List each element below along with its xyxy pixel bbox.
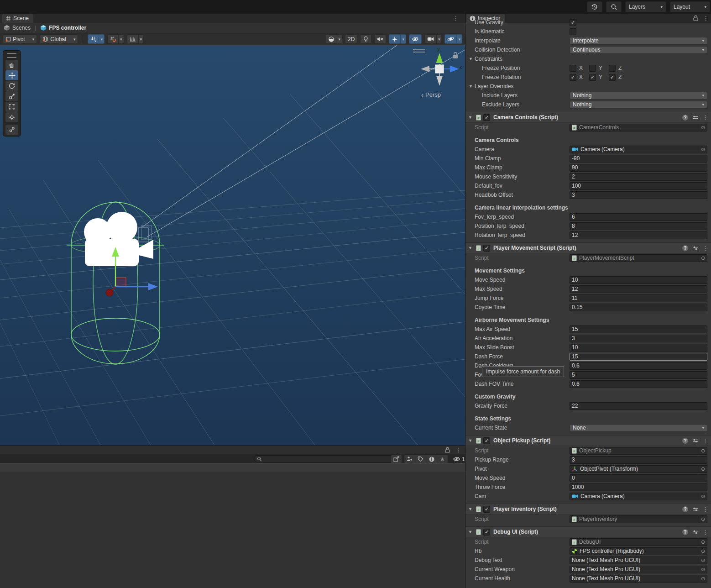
help-icon[interactable]: ? (682, 438, 688, 444)
scene-panel-menu-icon[interactable]: ⋮ (453, 15, 459, 21)
projection-mode-label[interactable]: ‹ Persp (421, 91, 441, 98)
grid-snapping-button[interactable] (107, 34, 119, 44)
x-axis-cone[interactable] (421, 66, 429, 72)
object-picker-icon[interactable]: ⊙ (699, 539, 707, 546)
scale-tool-button[interactable] (5, 91, 18, 101)
input-max-air-speed[interactable]: 15 (570, 326, 707, 333)
custom-editor-tool-button[interactable] (5, 125, 18, 135)
object-picker-icon[interactable]: ⊙ (699, 575, 707, 582)
z-axis-cone[interactable] (450, 66, 459, 73)
x-axis-handle[interactable] (106, 289, 113, 296)
foldout-arrow-icon[interactable]: ▼ (468, 530, 474, 534)
scene-viewport[interactable]: y z ‹ Persp (0, 45, 465, 445)
grid-visibility-dropdown[interactable]: ▾ (99, 34, 105, 44)
component-header-object-pickup-script[interactable]: ▼#✓Object Pickup (Script)?⋮ (465, 435, 711, 446)
axis-checkbox-x[interactable]: ✓ (570, 74, 576, 81)
dropdown-include-layers[interactable]: Nothing▾ (570, 92, 707, 100)
orientation-gizmo[interactable]: y z ‹ Persp (413, 47, 464, 102)
bottom-panel-menu-icon[interactable]: ⋮ (455, 447, 461, 453)
global-mode-dropdown[interactable]: Global ▾ (40, 34, 78, 44)
object-field-current-weapon[interactable]: None (Text Mesh Pro UGUI)⊙ (570, 566, 707, 573)
object-field-rb[interactable]: FPS controller (Rigidbody)⊙ (570, 547, 707, 555)
input-air-acceleration[interactable]: 3 (570, 335, 707, 342)
component-header-camera-controls-script[interactable]: ▼#✓Camera Controls (Script)?⋮ (465, 112, 711, 123)
component-menu-icon[interactable]: ⋮ (702, 245, 708, 251)
foldout-arrow-icon[interactable]: ▼ (469, 84, 474, 89)
axis-checkbox-y[interactable]: ✓ (589, 74, 596, 81)
presets-icon[interactable] (692, 115, 698, 120)
object-field-script[interactable]: #DebugUI⊙ (570, 538, 707, 546)
input-move-speed[interactable]: 0 (570, 474, 707, 482)
component-enabled-checkbox[interactable]: ✓ (483, 114, 490, 121)
component-header-player-inventory-script[interactable]: ▼#✓Player Inventory (Script)?⋮ (465, 504, 711, 514)
component-header-debug-ui-script[interactable]: ▼#✓Debug UI (Script)?⋮ (465, 526, 711, 537)
object-field-script[interactable]: #PlayerInventory⊙ (570, 515, 707, 523)
scene-audio-button[interactable] (374, 34, 386, 44)
increment-snap-button[interactable] (127, 34, 139, 44)
input-min-clamp[interactable]: -90 (570, 155, 707, 163)
input-fov-offset[interactable]: 5 (570, 371, 707, 379)
orientation-gizmo-axes[interactable] (413, 47, 464, 91)
filter-label-button[interactable] (415, 455, 426, 463)
grid-snapping-dropdown[interactable]: ▾ (119, 34, 124, 44)
filter-gameobject-button[interactable] (404, 455, 415, 463)
component-header-player-movement-script-script[interactable]: ▼#✓Player Movement Script (Script)?⋮ (465, 242, 711, 253)
component-menu-icon[interactable]: ⋮ (702, 506, 708, 512)
dropdown-current-state[interactable]: None▾ (570, 424, 707, 432)
component-enabled-checkbox[interactable]: ✓ (483, 245, 490, 252)
input-max-speed[interactable]: 12 (570, 285, 707, 293)
tab-scene[interactable]: Scene (2, 14, 33, 23)
component-enabled-checkbox[interactable]: ✓ (483, 506, 490, 513)
input-rotation-lerp-speed[interactable]: 12 (570, 231, 707, 239)
object-picker-icon[interactable]: ⊙ (699, 447, 707, 454)
component-enabled-checkbox[interactable]: ✓ (483, 529, 490, 536)
object-picker-icon[interactable]: ⊙ (699, 493, 707, 500)
component-menu-icon[interactable]: ⋮ (702, 529, 708, 535)
presets-icon[interactable] (692, 246, 698, 251)
axis-checkbox-y[interactable] (589, 65, 596, 72)
foldout-arrow-icon[interactable]: ▼ (469, 57, 474, 61)
camera-gizmo-icon[interactable] (84, 212, 153, 266)
input-dash-cooldown[interactable]: 0.6 (570, 362, 707, 370)
object-picker-icon[interactable]: ⊙ (699, 548, 707, 555)
input-fov-lerp-speed[interactable]: 6 (570, 213, 707, 221)
dropdown-exclude-layers[interactable]: Nothing▾ (570, 101, 707, 109)
input-mouse-sensitivity[interactable]: 2 (570, 173, 707, 181)
component-menu-icon[interactable]: ⋮ (702, 438, 708, 444)
object-picker-icon[interactable]: ⊙ (699, 124, 707, 131)
input-coyote-time[interactable]: 0.15 (570, 304, 707, 311)
foldout-arrow-icon[interactable]: ▼ (468, 115, 474, 120)
filter-warning-button[interactable] (426, 455, 437, 463)
input-position-lerp-speed[interactable]: 8 (570, 222, 707, 230)
gizmos-button[interactable] (444, 34, 457, 44)
view-hand-tool-button[interactable] (5, 60, 18, 70)
scene-3d-canvas[interactable] (0, 45, 465, 445)
scene-camera-button[interactable] (424, 34, 437, 44)
object-field-script[interactable]: #PlayerMovementScript⊙ (570, 254, 707, 262)
input-jump-force[interactable]: 11 (570, 294, 707, 302)
help-icon[interactable]: ? (682, 245, 688, 251)
scene-lighting-button[interactable] (360, 34, 371, 44)
presets-icon[interactable] (692, 438, 698, 443)
input-dash-fov-time[interactable]: 0.6 (570, 380, 707, 388)
foldout-arrow-icon[interactable]: ▼ (468, 438, 474, 443)
search-button[interactable] (606, 1, 622, 12)
help-icon[interactable]: ? (682, 506, 688, 512)
input-gravity-force[interactable]: 22 (570, 402, 707, 410)
object-field-camera[interactable]: Camera (Camera)⊙ (570, 146, 707, 153)
object-picker-icon[interactable]: ⊙ (699, 146, 707, 153)
layout-dropdown[interactable]: Layout ▾ (670, 1, 710, 12)
scene-camera-dropdown[interactable]: ▾ (437, 34, 442, 44)
object-field-script[interactable]: #ObjectPickup⊙ (570, 447, 707, 455)
scene-effects-button[interactable] (389, 34, 401, 44)
input-dash-force[interactable]: 15 (570, 353, 707, 361)
object-field-current-health[interactable]: None (Text Mesh Pro UGUI)⊙ (570, 575, 707, 583)
gizmos-dropdown[interactable]: ▾ (457, 34, 462, 44)
search-input[interactable] (264, 456, 380, 462)
filter-favorites-button[interactable]: ★ (437, 455, 448, 463)
scene-effects-dropdown[interactable]: ▾ (401, 34, 406, 44)
foldout-arrow-icon[interactable]: ▼ (468, 246, 474, 250)
open-in-window-button[interactable] (391, 455, 402, 463)
undo-history-button[interactable] (587, 1, 602, 12)
breadcrumb-current[interactable]: FPS controller (40, 25, 86, 31)
